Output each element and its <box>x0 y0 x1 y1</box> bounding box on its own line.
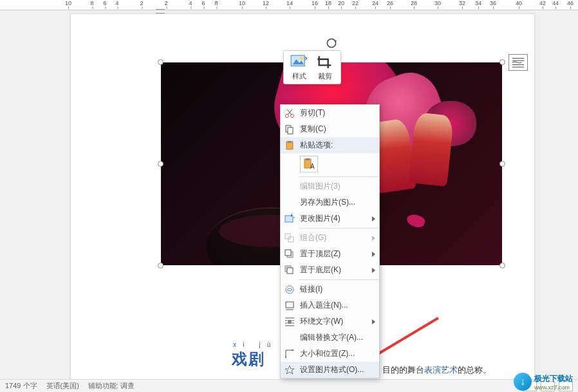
menu-insert-caption[interactable]: 插入题注(N)... <box>281 297 379 313</box>
size-position-icon <box>284 349 295 359</box>
resize-handle-icon[interactable] <box>158 59 163 65</box>
watermark-logo: ↓ 极光下载站 www.xz7.com <box>514 373 573 391</box>
svg-line-10 <box>288 109 292 115</box>
ruler-tick: 40 <box>516 0 522 6</box>
svg-rect-17 <box>306 158 310 160</box>
ruler-tick: 16 <box>312 0 318 6</box>
send-back-icon <box>284 265 295 275</box>
submenu-arrow-icon <box>372 216 375 221</box>
ruler-tick: 10 <box>239 0 245 6</box>
svg-point-3 <box>300 57 303 61</box>
svg-point-9 <box>291 114 294 117</box>
ruler-tick: 4 <box>189 0 192 6</box>
brand-url: www.xz7.com <box>534 384 573 391</box>
menu-change-image[interactable]: 更改图片(4) <box>281 210 379 227</box>
menu-copy[interactable]: 复制(C) <box>281 121 379 137</box>
resize-handle-icon[interactable] <box>499 161 505 167</box>
ruler-tick: 42 <box>539 0 546 6</box>
change-image-icon <box>284 214 295 224</box>
paste-keep-text-button[interactable]: A <box>300 156 318 173</box>
ruler-tick: 2 <box>140 0 143 6</box>
ruler-tick: 20 <box>338 0 344 6</box>
ruler-tick: 32 <box>459 0 465 6</box>
crop-icon <box>316 55 334 70</box>
svg-rect-30 <box>288 320 292 324</box>
caption-icon <box>284 301 295 311</box>
picture-mini-toolbar: 样式 裁剪 <box>283 50 341 84</box>
svg-text:A: A <box>310 163 315 170</box>
ruler-tick: 26 <box>387 0 393 6</box>
menu-size-position[interactable]: 大小和位置(Z)... <box>281 346 379 362</box>
menu-edit-alt-text[interactable]: 编辑替换文字(A)... <box>281 330 379 346</box>
download-icon: ↓ <box>514 373 532 391</box>
wrap-text-icon <box>284 317 295 327</box>
context-menu: 剪切(T) 复制(C) 粘贴选项: A 编辑图片(3) 另存为图片(S)... … <box>280 104 380 378</box>
svg-rect-21 <box>285 234 290 239</box>
status-word-count[interactable]: 1749 个字 <box>5 381 37 391</box>
paste-icon <box>284 140 295 151</box>
horizontal-ruler: 1086422468101214161820222426283032343640… <box>0 0 578 10</box>
layout-options-icon <box>511 57 525 68</box>
resize-handle-icon[interactable] <box>499 263 505 268</box>
menu-paste-options-header: 粘贴选项: <box>281 137 379 153</box>
svg-point-0 <box>327 39 335 47</box>
crop-button[interactable]: 裁剪 <box>316 55 334 81</box>
resize-handle-icon[interactable] <box>158 263 163 268</box>
svg-point-8 <box>286 114 289 117</box>
menu-bring-front[interactable]: 置于顶层(Z) <box>281 246 379 262</box>
submenu-arrow-icon <box>372 252 375 257</box>
submenu-arrow-icon <box>372 319 375 324</box>
ruler-tick: 8 <box>214 0 218 6</box>
svg-marker-41 <box>285 366 294 374</box>
menu-cut[interactable]: 剪切(T) <box>281 105 379 121</box>
style-label: 样式 <box>292 71 306 81</box>
ruler-tick: 30 <box>434 0 441 6</box>
menu-format-picture[interactable]: 设置图片格式(O)... <box>281 362 379 378</box>
menu-edit-image: 编辑图片(3) <box>281 178 379 194</box>
ruler-tick: 2 <box>164 0 167 6</box>
ruler-tick: 6 <box>103 0 106 6</box>
bring-front-icon <box>284 249 295 259</box>
ruler-tick: 8 <box>90 0 93 6</box>
ruler-tick: 36 <box>490 0 496 6</box>
picture-style-icon <box>290 55 308 70</box>
ruler-tick: 24 <box>372 0 378 6</box>
layout-options-button[interactable] <box>508 54 528 71</box>
ruler-tick: 34 <box>475 0 481 6</box>
ruler-tick: 4 <box>115 0 118 6</box>
svg-rect-28 <box>286 302 294 308</box>
svg-rect-22 <box>288 237 294 242</box>
svg-rect-26 <box>287 268 293 274</box>
svg-rect-13 <box>288 127 293 134</box>
picture-style-button[interactable]: 样式 <box>290 55 308 81</box>
status-accessibility[interactable]: 辅助功能: 调查 <box>88 381 135 391</box>
rotate-handle-icon[interactable] <box>325 37 338 50</box>
ruler-tick: 18 <box>325 0 331 6</box>
menu-group: 组合(G) <box>281 230 379 246</box>
crop-label: 裁剪 <box>318 71 332 81</box>
svg-point-27 <box>286 286 294 294</box>
ruler-tick: 14 <box>286 0 293 6</box>
menu-link[interactable]: 链接(I) <box>281 281 379 297</box>
ruler-tick: 6 <box>201 0 205 6</box>
menu-save-as-image[interactable]: 另存为图片(S)... <box>281 194 379 210</box>
ruler-indent-marker[interactable] <box>156 7 169 16</box>
copy-icon <box>284 124 295 135</box>
menu-send-back[interactable]: 置于底层(K) <box>281 262 379 278</box>
resize-handle-icon[interactable] <box>158 161 163 167</box>
status-language[interactable]: 英语(美国) <box>46 381 79 391</box>
ruler-tick: 46 <box>567 0 573 6</box>
status-bar: 1749 个字 英语(美国) 辅助功能: 调查 <box>0 379 578 392</box>
link-icon <box>284 285 295 295</box>
svg-rect-15 <box>288 141 292 143</box>
ruler-tick: 12 <box>263 0 269 6</box>
document-paragraph-continued: 目的的舞台表演艺术的总称。 <box>382 364 491 376</box>
paste-option-row: A <box>281 153 379 175</box>
svg-line-11 <box>287 109 292 115</box>
ruler-tick: 28 <box>411 0 417 6</box>
menu-wrap-text[interactable]: 环绕文字(W) <box>281 313 379 330</box>
submenu-arrow-icon <box>372 268 375 273</box>
resize-handle-icon[interactable] <box>499 59 505 65</box>
svg-marker-40 <box>285 357 286 359</box>
brand-name: 极光下载站 <box>534 373 573 384</box>
